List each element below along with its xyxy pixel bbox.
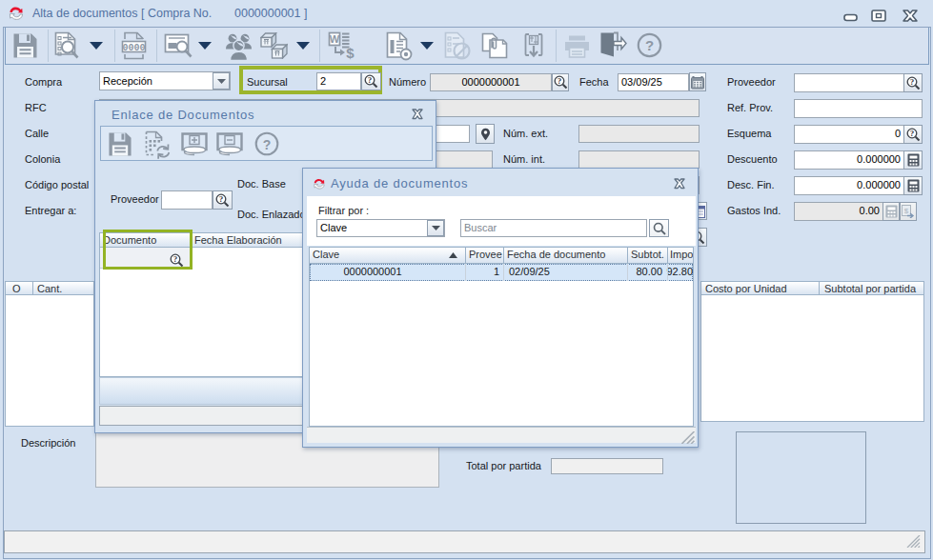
svg-text:?: ? <box>263 137 272 152</box>
svg-text:?: ? <box>368 75 373 85</box>
svg-text:?: ? <box>909 129 914 138</box>
svg-text:?: ? <box>909 77 914 87</box>
svg-text:?: ? <box>557 76 561 86</box>
svg-text:?: ? <box>219 194 224 204</box>
svg-text:$: $ <box>903 207 908 215</box>
